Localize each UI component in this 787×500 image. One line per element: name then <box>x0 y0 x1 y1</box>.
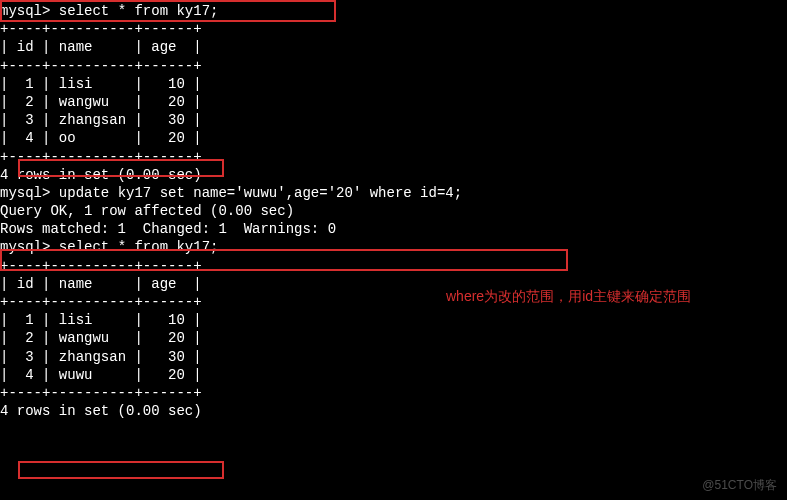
table-row: | 2 | wangwu | 20 | <box>0 329 787 347</box>
table-row: | 1 | lisi | 10 | <box>0 75 787 93</box>
table-border: +----+----------+------+ <box>0 148 787 166</box>
annotation-text: where为改的范围，用id主键来确定范围 <box>446 287 691 305</box>
table-row: | 3 | zhangsan | 30 | <box>0 111 787 129</box>
highlight-box-row-wuwu <box>18 461 224 479</box>
table-border: +----+----------+------+ <box>0 20 787 38</box>
sql-line-select2: mysql> select * from ky17; <box>0 238 787 256</box>
table-border: +----+----------+------+ <box>0 57 787 75</box>
query-ok: Query OK, 1 row affected (0.00 sec) <box>0 202 787 220</box>
rows-matched: Rows matched: 1 Changed: 1 Warnings: 0 <box>0 220 787 238</box>
table-row: | 3 | zhangsan | 30 | <box>0 348 787 366</box>
table-border: +----+----------+------+ <box>0 257 787 275</box>
table-row: | 1 | lisi | 10 | <box>0 311 787 329</box>
table-border: +----+----------+------+ <box>0 384 787 402</box>
table-row: | 4 | oo | 20 | <box>0 129 787 147</box>
watermark: @51CTO博客 <box>702 478 777 494</box>
rows-in-set: 4 rows in set (0.00 sec) <box>0 166 787 184</box>
sql-line-select1: mysql> select * from ky17; <box>0 2 787 20</box>
sql-line-update: mysql> update ky17 set name='wuwu',age='… <box>0 184 787 202</box>
rows-in-set: 4 rows in set (0.00 sec) <box>0 402 787 420</box>
table-row: | 2 | wangwu | 20 | <box>0 93 787 111</box>
table-header: | id | name | age | <box>0 38 787 56</box>
table-row: | 4 | wuwu | 20 | <box>0 366 787 384</box>
